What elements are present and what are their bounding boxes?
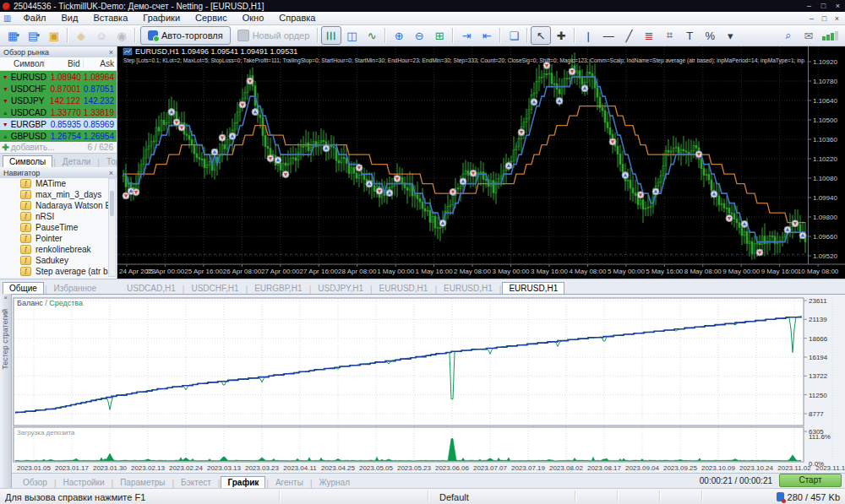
navigator-item-label: Step average (atr ba [35,267,112,276]
tester-tab-5[interactable]: Агенты [270,477,309,488]
svg-text:23611: 23611 [809,297,827,305]
autotrade-button[interactable]: Авто-торговля [140,26,231,45]
market-watch-row-EURUSD[interactable]: ▼EURUSD1.089401.08964 [0,71,117,83]
column-ask[interactable]: Ask [84,59,117,68]
auto-scroll-icon[interactable]: ⇤ [477,26,497,45]
svg-text:EURUSD,H1 1.09496 1.09541 1.0: EURUSD,H1 1.09496 1.09541 1.09491 1.0953… [135,47,297,56]
menu-item-6[interactable]: Справка [271,12,323,24]
chart-tab-5[interactable]: EURUSD,H1 [438,283,499,294]
cursor-icon[interactable]: ↖ [531,26,551,45]
navigator-item-7[interactable]: ƒSadukey [0,255,117,266]
svg-text:2023.04.11: 2023.04.11 [283,464,317,472]
menu-item-0[interactable]: Файл [15,12,53,24]
navigator-scrollbar[interactable] [108,178,116,277]
navigator-item-3[interactable]: ƒnRSI [0,211,117,222]
chart-tab-4[interactable]: EURUSD,H1 [373,283,434,294]
svg-text:16194: 16194 [809,354,828,361]
window-minimize-button[interactable]: – [802,0,816,12]
close-icon[interactable]: × [0,294,11,304]
contacts-icon[interactable]: ☺ [91,26,112,45]
tester-tab-0[interactable]: Обзор [17,477,53,488]
column-bid[interactable]: Bid [45,59,83,68]
market-watch-icon[interactable]: ▣ [44,26,64,45]
symbol-name: USDCAD [11,108,46,117]
navigator-tab-1[interactable]: Избранное [48,283,103,294]
fibonacci-icon[interactable]: ≣ [639,26,659,45]
svg-text:18666: 18666 [809,335,828,343]
shift-chart-end-icon[interactable]: ⇥ [456,26,477,45]
templates-icon[interactable]: ❏ [504,26,524,45]
window-restore-button[interactable]: □ [816,0,831,12]
market-watch-row-USDJPY[interactable]: ▼USDJPY142.122142.232 [0,95,117,106]
child-close-button[interactable]: × [831,14,843,23]
vertical-line-icon[interactable]: | [578,26,598,45]
text-label-icon[interactable]: T [679,26,700,45]
navigator-item-8[interactable]: ƒStep average (atr ba [0,266,117,277]
navigator-title: Навигатор [3,169,40,177]
chat-icon[interactable]: ✉ [799,26,819,45]
market-watch-row-USDCAD[interactable]: ▲USDCAD1.337701.33819 [0,106,117,118]
close-icon[interactable]: × [109,48,113,57]
navigator-item-2[interactable]: ƒNadaraya Watson E [0,200,117,211]
bars-chart-icon[interactable]: ☰ [321,26,341,45]
profiles-icon[interactable]: ▤▾ [24,26,44,45]
line-chart-icon[interactable]: ∿ [362,26,382,45]
navigator-item-label: PauseTime [35,223,78,232]
chart-tab-1[interactable]: USDCHF,H1 [185,283,244,294]
left-panel: Обзор рынка × Символ Bid Ask ▼EURUSD1.08… [0,46,117,294]
navigator-item-5[interactable]: ƒPointer [0,233,117,244]
menu-item-4[interactable]: Сервис [188,12,235,24]
trendline-icon[interactable]: ╱ [619,26,639,45]
add-symbol-row[interactable]: ✚ добавить... 6 / 626 [0,142,117,153]
shapes-icon[interactable]: % [700,26,720,45]
chart-tab-0[interactable]: USDCAD,H1 [121,283,182,294]
candles-chart-icon[interactable]: ◫ [341,26,362,45]
tester-tab-1[interactable]: Настройки [57,477,111,488]
child-minimize-button[interactable]: – [805,14,818,23]
chart-tab-2[interactable]: EURGBP,H1 [248,283,308,294]
market-watch-row-GBPUSD[interactable]: ▲GBPUSD1.267541.26954 [0,130,117,142]
search-icon[interactable]: ⌕ [778,26,799,45]
market-watch-tab-1[interactable]: Детали [57,156,96,167]
horizontal-line-icon[interactable]: — [598,26,619,45]
menu-item-2[interactable]: Вставка [85,12,135,24]
chart-tab-3[interactable]: USDJPY,H1 [312,283,369,294]
start-button[interactable]: Старт [779,474,842,487]
crosshair-icon[interactable]: ✚ [551,26,571,45]
market-watch-tab-0[interactable]: Символы [3,155,52,167]
price-chart[interactable]: 1.109201.107801.106401.105001.103601.102… [117,46,845,279]
zoom-in-icon[interactable]: ⊕ [389,26,409,45]
new-chart-icon[interactable]: ▦▾ [3,26,24,45]
market-watch-row-USDCHF[interactable]: ▼USDCHF0.870010.87051 [0,83,117,95]
broadcast-icon[interactable]: ◉ [112,26,132,45]
tester-tab-6[interactable]: Журнал [313,477,357,488]
market-watch-row-EURGBP[interactable]: ▼EURGBP0.859350.85969 [0,118,117,130]
window-close-button[interactable]: × [831,0,845,12]
chart-tab-6[interactable]: EURUSD,H1 [502,282,564,294]
zoom-out-icon[interactable]: ⊖ [409,26,429,45]
status-profile[interactable]: Default [439,492,469,502]
column-symbol[interactable]: Символ [0,59,45,68]
tester-tab-2[interactable]: Параметры [114,477,171,488]
tester-tab-4[interactable]: График [221,476,265,488]
navigator-tab-0[interactable]: Общие [3,282,44,294]
menu-item-3[interactable]: Графики [135,12,188,24]
close-icon[interactable]: × [109,169,113,177]
history-center-icon[interactable]: ◆ [71,26,91,45]
tester-strip[interactable]: × Тестер стратегий [0,294,12,488]
menu-item-1[interactable]: Вид [54,12,86,24]
svg-text:9 May 00:00: 9 May 00:00 [722,268,760,275]
navigator-item-4[interactable]: ƒPauseTime [0,222,117,233]
bid-value: 0.87001 [46,84,83,94]
grid-icon[interactable]: ⌗ [659,26,679,45]
bid-value: 1.33770 [46,108,84,117]
more-objects-icon[interactable]: ▾ [720,26,740,45]
navigator-item-0[interactable]: ƒMATime [0,178,117,189]
tile-windows-icon[interactable]: ⊞ [429,26,450,45]
tester-tab-3[interactable]: Бэктест [175,477,217,488]
navigator-item-6[interactable]: ƒrenkolinebreak [0,244,117,255]
svg-text:2023.09.25: 2023.09.25 [663,464,698,472]
navigator-item-1[interactable]: ƒmax_min_3_days [0,189,117,200]
child-restore-button[interactable]: □ [818,14,831,23]
menu-item-5[interactable]: Окно [235,12,272,24]
